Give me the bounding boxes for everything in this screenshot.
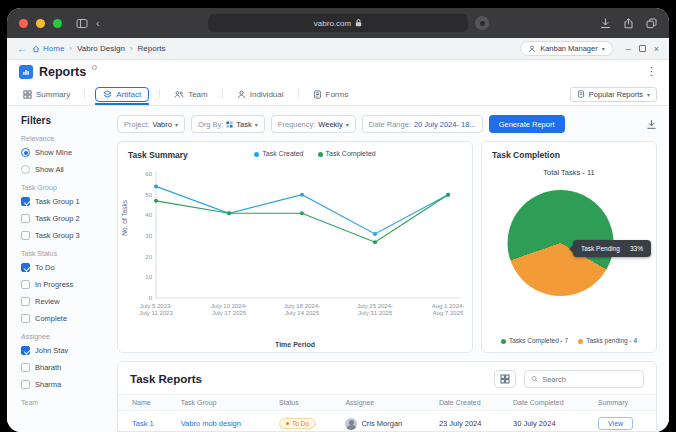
- checkbox-icon: [21, 380, 30, 389]
- traffic-light-close[interactable]: [19, 19, 28, 28]
- task-reports-header: Task Reports: [118, 362, 656, 394]
- tabs-overview-icon[interactable]: [646, 18, 657, 29]
- task-reports-table: Name Task Group Status Assignee Date Cre…: [118, 394, 656, 432]
- tab-divider: [159, 89, 160, 99]
- traffic-light-zoom[interactable]: [53, 19, 62, 28]
- checkbox-john-stav[interactable]: John Stav: [21, 346, 109, 355]
- table-view-toggle-button[interactable]: [494, 370, 516, 388]
- legend-task-completed: Task Completed: [318, 150, 376, 157]
- download-report-icon[interactable]: [646, 119, 657, 130]
- checkbox-icon: [21, 280, 30, 289]
- task-group-link[interactable]: Vabro mob design: [181, 419, 241, 428]
- checkbox-sharma[interactable]: Sharma: [21, 380, 109, 389]
- page-header: Reports ⋮: [7, 60, 669, 83]
- legend-dot: [254, 152, 259, 157]
- project-dropdown[interactable]: Project: Vabro ▾: [117, 115, 185, 133]
- filter-group-label: Team: [21, 399, 109, 406]
- download-browser-icon[interactable]: [600, 18, 611, 29]
- view-button[interactable]: View: [598, 417, 633, 430]
- search-input[interactable]: [542, 375, 637, 384]
- browser-chrome: ‹ vabro.com: [7, 8, 669, 38]
- summary-icon: [23, 90, 32, 99]
- svg-text:50: 50: [145, 192, 152, 198]
- checkbox-checked-icon: [21, 263, 30, 272]
- individual-icon: [237, 90, 246, 99]
- filter-group-assignee: Assignee John Stav Bharath Sharma: [21, 333, 109, 389]
- checkbox-review[interactable]: Review: [21, 297, 109, 306]
- tab-team[interactable]: Team: [170, 88, 212, 101]
- breadcrumb-project[interactable]: Vabro Design: [77, 44, 125, 53]
- org-by-dropdown[interactable]: Org By: Task ▾: [191, 115, 265, 133]
- radio-icon: [21, 165, 30, 174]
- svg-text:10: 10: [145, 274, 152, 280]
- filter-group-label: Relevance: [21, 135, 109, 142]
- window-close-icon[interactable]: ×: [654, 44, 659, 54]
- filter-group-label: Task Status: [21, 250, 109, 257]
- filters-panel: Filters Relevance Show Mine Show All Tas…: [7, 107, 113, 432]
- content-area: Filters Relevance Show Mine Show All Tas…: [7, 107, 669, 432]
- tab-summary[interactable]: Summary: [19, 88, 74, 101]
- radio-selected-icon: [21, 148, 30, 157]
- tab-artifact[interactable]: Artifact: [95, 87, 149, 102]
- address-bar[interactable]: vabro.com: [208, 14, 468, 32]
- svg-text:30: 30: [145, 233, 152, 239]
- back-arrow-icon[interactable]: ←: [17, 44, 27, 54]
- filter-group-task-group: Task Group Task Group 1 Task Group 2 Tas…: [21, 184, 109, 240]
- chevron-down-icon: ▾: [175, 121, 178, 128]
- reports-app-icon: [19, 65, 33, 79]
- share-icon[interactable]: [623, 18, 634, 29]
- tab-divider: [222, 89, 223, 99]
- task-reports-title: Task Reports: [130, 373, 202, 385]
- lock-icon: [355, 19, 362, 27]
- task-link[interactable]: Task 1: [132, 419, 154, 428]
- column-date-created: Date Created: [433, 395, 507, 411]
- extension-badge-icon[interactable]: [475, 16, 489, 30]
- search-icon: [531, 375, 538, 383]
- checkbox-complete[interactable]: Complete: [21, 314, 109, 323]
- column-name: Name: [118, 395, 175, 411]
- line-legend: Task Created Task Completed: [158, 150, 472, 157]
- search-box[interactable]: [524, 370, 644, 388]
- sidebar-toggle-icon[interactable]: [76, 18, 88, 29]
- traffic-light-minimize[interactable]: [36, 19, 45, 28]
- radio-show-all[interactable]: Show All: [21, 165, 109, 174]
- checkbox-checked-icon: [21, 346, 30, 355]
- kebab-menu-icon[interactable]: ⋮: [646, 65, 657, 78]
- checkbox-in-progress[interactable]: In Progress: [21, 280, 109, 289]
- x-axis-label: Time Period: [118, 341, 472, 348]
- status-badge: To Do: [279, 418, 316, 429]
- popular-reports-dropdown[interactable]: Popular Reports ▾: [570, 87, 657, 102]
- radio-show-mine[interactable]: Show Mine: [21, 148, 109, 157]
- column-date-completed: Date Completed: [507, 395, 592, 411]
- legend-dot: [501, 339, 506, 344]
- checkbox-task-group-3[interactable]: Task Group 3: [21, 231, 109, 240]
- legend-dot: [318, 152, 323, 157]
- browser-window: ‹ vabro.com ← Home › Vabro Design › Repo: [7, 8, 669, 432]
- tab-forms[interactable]: Forms: [309, 88, 353, 101]
- pie-legend: Tasks Completed - 7 Tasks pending - 4: [482, 337, 656, 344]
- window-maximize-icon[interactable]: [639, 45, 646, 52]
- role-selector[interactable]: Kanban Manager ▾: [520, 41, 613, 56]
- task-grid-icon: [226, 121, 233, 128]
- back-chevron-icon[interactable]: ‹: [96, 17, 100, 29]
- table-row: Task 1 Vabro mob design To Do Cris Morga…: [118, 411, 656, 432]
- report-controls: Project: Vabro ▾ Org By: Task ▾ Frequenc…: [117, 115, 657, 133]
- window-minimize-icon[interactable]: –: [626, 44, 631, 54]
- checkbox-bharath[interactable]: Bharath: [21, 363, 109, 372]
- legend-tasks-pending: Tasks pending - 4: [578, 337, 637, 344]
- breadcrumb-home[interactable]: Home: [32, 44, 64, 53]
- artifact-icon: [103, 90, 112, 99]
- svg-text:July 5 2023-July 11 2023: July 5 2023-July 11 2023: [139, 303, 173, 316]
- checkbox-to-do[interactable]: To Do: [21, 263, 109, 272]
- checkbox-icon: [21, 363, 30, 372]
- generate-report-button[interactable]: Generate Report: [489, 115, 565, 133]
- date-range-picker[interactable]: Date Range: 20 July 2024- 18...: [362, 115, 483, 133]
- column-task-group: Task Group: [175, 395, 273, 411]
- legend-tasks-completed: Tasks Completed - 7: [501, 337, 568, 344]
- tab-individual[interactable]: Individual: [233, 88, 288, 101]
- task-summary-chart: 0102030405060July 5 2023-July 11 2023Jul…: [132, 166, 464, 326]
- window-controls: – ×: [626, 44, 659, 54]
- checkbox-task-group-2[interactable]: Task Group 2: [21, 214, 109, 223]
- checkbox-task-group-1[interactable]: Task Group 1: [21, 197, 109, 206]
- frequency-dropdown[interactable]: Frequency: Weekly ▾: [271, 115, 356, 133]
